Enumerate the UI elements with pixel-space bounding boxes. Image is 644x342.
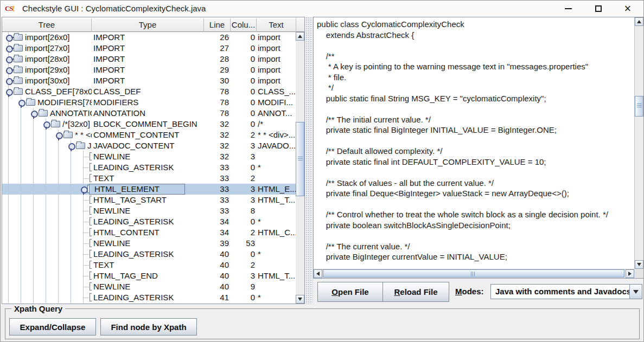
modes-dropdown[interactable]: Java with comments and Javadocs [490, 284, 642, 299]
scroll-up-button[interactable] [296, 32, 304, 41]
code-vscroll-thumb[interactable] [635, 96, 643, 117]
folder-icon [39, 110, 48, 117]
dropdown-arrow-button[interactable] [629, 285, 642, 299]
table-row[interactable]: import[28x0]IMPORT280import [2, 54, 296, 64]
table-row[interactable]: MODIFIERS[78x0]MODIFIERS780MODIFI... [2, 97, 296, 108]
table-row[interactable]: LEADING_ASTERISK340* [2, 216, 296, 227]
tree-guide-line [21, 260, 21, 270]
collapse-handle-icon[interactable] [18, 99, 26, 107]
tree-guide-line [21, 227, 21, 238]
ast-tree-table: Tree Type Line Colu... Text import[26x0]… [2, 17, 305, 304]
column-cell: 0 [231, 97, 257, 108]
table-row[interactable]: CLASS_DEF[78x0]CLASS_DEF780CLASS_... [2, 86, 296, 97]
type-cell: ANNOTATION [92, 108, 204, 119]
collapse-handle-icon[interactable] [43, 120, 51, 128]
column-cell: 0 [231, 54, 257, 64]
tree-node-label: * * <div>... [75, 130, 92, 140]
column-header-column[interactable]: Colu... [231, 18, 257, 32]
column-header-type[interactable]: Type [92, 18, 204, 32]
column-header-tree[interactable]: Tree [2, 18, 92, 32]
maximize-button[interactable] [586, 1, 611, 17]
table-row[interactable]: import[29x0]IMPORT290import [2, 64, 296, 75]
table-row[interactable]: NEWLINE409 [2, 281, 296, 292]
expand-handle-icon[interactable] [5, 34, 14, 42]
tree-guide-line [21, 281, 21, 292]
collapse-handle-icon[interactable] [68, 142, 76, 150]
tree-vertical-scrollbar[interactable] [296, 32, 304, 304]
find-node-by-xpath-button[interactable]: Find node by Xpath [100, 318, 197, 335]
table-row[interactable]: LEADING_ASTERISK400* [2, 249, 296, 260]
leaf-document-icon [90, 152, 92, 160]
expand-handle-icon[interactable] [5, 66, 14, 74]
arrow-down-icon [637, 263, 641, 266]
collapse-handle-icon[interactable] [30, 109, 39, 118]
table-row[interactable]: NEWLINE3953 [2, 238, 296, 249]
text-cell [257, 260, 296, 270]
code-hscroll-thumb[interactable] [323, 269, 624, 278]
table-row[interactable]: * * <div>...COMMENT_CONTENT322* * <div>.… [2, 130, 296, 140]
table-row[interactable]: HTML_CONTENT342HTML_C... [2, 227, 296, 238]
tree-cell: /*[32x0] [2, 119, 92, 130]
expand-handle-icon[interactable] [5, 55, 14, 63]
type-cell: MODIFIERS [92, 97, 204, 108]
expand-handle-icon[interactable] [5, 77, 14, 85]
text-cell [257, 238, 296, 249]
reload-file-button[interactable]: Reload File [382, 282, 449, 302]
collapse-handle-icon[interactable] [5, 88, 14, 96]
table-row[interactable]: /*[32x0]BLOCK_COMMENT_BEGIN320/* [2, 119, 296, 130]
tree-connector-line [84, 265, 89, 266]
code-line: /** Control whether to treat the whole s… [317, 209, 633, 220]
table-row[interactable]: NEWLINE338 [2, 205, 296, 216]
scroll-up-button[interactable] [635, 17, 643, 26]
scroll-down-button[interactable] [296, 295, 304, 304]
tree-guide-line [33, 216, 34, 227]
folder-icon [26, 99, 35, 106]
collapse-handle-icon[interactable] [55, 131, 63, 139]
tree-guide-line [21, 216, 21, 227]
code-horizontal-scrollbar[interactable] [314, 269, 634, 278]
tree-cell: ANNOTATION[78x0] [2, 108, 92, 119]
line-cell: 78 [204, 108, 231, 119]
table-row[interactable]: JAVADOC_CONTENT[32x3]JAVADOC_CONTENT323J… [2, 140, 296, 151]
table-row[interactable]: HTML_TAG_START333HTML_T... [2, 195, 296, 205]
table-row[interactable]: HTML_ELEMENT333HTML_E... [2, 184, 296, 195]
column-header-text[interactable]: Text [257, 18, 296, 32]
table-row[interactable]: NEWLINE323 [2, 151, 296, 162]
scroll-left-button[interactable] [314, 269, 322, 278]
table-row[interactable]: TEXT332 [2, 173, 296, 184]
column-cell: 3 [231, 151, 257, 162]
tree-cell [2, 205, 92, 216]
open-file-button[interactable]: Open File [317, 282, 383, 302]
type-cell: IMPORT [92, 54, 204, 64]
scroll-right-button[interactable] [626, 269, 634, 278]
text-cell: HTML_C... [257, 227, 296, 238]
tree-guide-line [46, 195, 46, 205]
table-row[interactable]: LEADING_ASTERISK330* [2, 162, 296, 173]
table-row[interactable]: import[30x0]IMPORT300import [2, 75, 296, 86]
close-button[interactable]: × [615, 1, 640, 17]
split-pane-divider[interactable] [305, 17, 313, 304]
code-viewport[interactable]: public class CyclomaticComplexityCheck e… [314, 17, 633, 269]
table-row[interactable]: HTML_TAG_END403HTML_T... [2, 270, 296, 281]
scroll-down-button[interactable] [635, 260, 643, 269]
table-row[interactable]: import[26x0]IMPORT260import [2, 32, 296, 43]
table-row[interactable]: import[27x0]IMPORT270import [2, 43, 296, 54]
tree-guide-line [8, 292, 9, 303]
code-vertical-scrollbar[interactable] [634, 17, 643, 269]
folder-icon [63, 132, 73, 138]
tree-guide-line [21, 238, 21, 249]
text-cell: JAVADO... [257, 140, 296, 151]
column-header-line[interactable]: Line [204, 18, 231, 32]
leaf-document-icon [90, 239, 92, 247]
tree-scroll-thumb[interactable] [296, 122, 304, 196]
expand-handle-icon[interactable] [5, 44, 14, 53]
table-row[interactable]: ANNOTATION[78x0]ANNOTATION780ANNOT... [2, 108, 296, 119]
code-line: * file. [317, 72, 633, 83]
table-row[interactable]: TEXT402 [2, 260, 296, 270]
table-row[interactable]: LEADING_ASTERISK410* [2, 292, 296, 303]
xpath-group-title: Xpath Query [11, 304, 65, 313]
minimize-button[interactable] [556, 1, 581, 17]
modes-selected-value: Java with comments and Javadocs [495, 285, 631, 299]
tree-guide-line [58, 281, 59, 292]
expand-collapse-button[interactable]: Expand/Collapse [9, 318, 96, 335]
